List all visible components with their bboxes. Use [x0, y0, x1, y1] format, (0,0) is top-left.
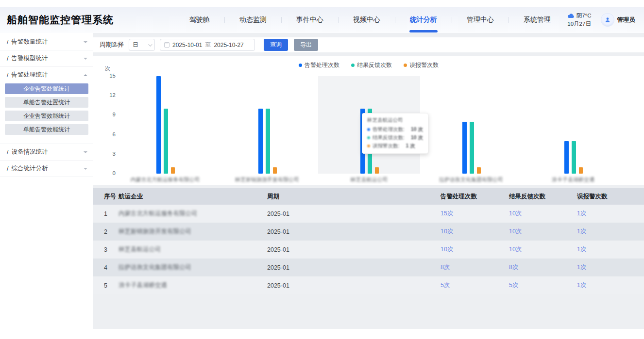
row-company-name: 浪卡子县湖桥交通 — [119, 281, 267, 290]
cloud-icon — [567, 13, 575, 18]
bar-series1-group1[interactable] — [156, 76, 161, 174]
legend-item[interactable]: 告警处理次数 — [299, 61, 339, 69]
sidebar-group-header-2[interactable]: /告警模型统计 — [0, 50, 93, 66]
tooltip-series-label: 结果反馈次数: — [373, 134, 405, 141]
y-axis-tick-label: 6 — [100, 131, 116, 137]
sidebar-item-3-3[interactable]: 企业告警效能统计 — [5, 111, 88, 121]
y-axis-tick-label: 3 — [100, 151, 116, 157]
tooltip-series-value: 10 次 — [411, 134, 423, 141]
date-range-picker[interactable]: 2025-10-01 至 2025-10-27 — [160, 39, 255, 51]
row-handled-count-link[interactable]: 10次 — [441, 245, 509, 254]
period-select[interactable]: 日 — [129, 39, 155, 51]
calendar-icon — [164, 42, 169, 48]
active-tab-underline — [409, 30, 438, 32]
legend-label: 结果反馈次数 — [357, 61, 392, 69]
bar-series3-group1[interactable] — [171, 167, 175, 174]
row-false-alarm-count-link[interactable]: 1次 — [577, 263, 644, 272]
table-row: 2林芝新锦旅游开发有限公司2025-0110次10次1次 — [93, 223, 644, 241]
tooltip-row: 误报警次数:1 次 — [367, 143, 423, 149]
row-company-name: 林芝县航运公司 — [119, 245, 267, 254]
query-button[interactable]: 查询 — [264, 39, 288, 51]
table-header-cell-3: 周期 — [267, 193, 441, 201]
row-feedback-count-link[interactable]: 10次 — [509, 245, 577, 254]
row-feedback-count-link[interactable]: 10次 — [509, 227, 577, 236]
slash-prefix: / — [7, 149, 8, 156]
main-nav: 驾驶舱动态监测事件中心视频中心统计分析管理中心系统管理 — [189, 16, 551, 24]
row-false-alarm-count-link[interactable]: 1次 — [577, 281, 644, 290]
row-handled-count-link[interactable]: 5次 — [441, 281, 509, 290]
row-handled-count-link[interactable]: 8次 — [441, 263, 509, 272]
bar-series1-group4[interactable] — [462, 122, 467, 174]
row-handled-count-link[interactable]: 10次 — [441, 227, 509, 236]
bar-series2-group5[interactable] — [572, 141, 576, 174]
bar-series3-group5[interactable] — [579, 167, 583, 174]
bar-series3-group4[interactable] — [477, 167, 481, 174]
sidebar-group-header-5[interactable]: /综合统计分析 — [0, 161, 93, 177]
sidebar-item-3-1[interactable]: 企业告警处置统计 — [5, 83, 88, 94]
table-header-cell-4: 告警处理次数 — [441, 193, 509, 201]
nav-tab-7[interactable]: 系统管理 — [524, 16, 551, 24]
tooltip-series-label: 误报警次数: — [373, 143, 399, 149]
row-seq: 4 — [104, 264, 119, 271]
slash-prefix: / — [7, 165, 8, 172]
y-axis-tick-label: 9 — [100, 112, 116, 117]
sidebar-group-header-1[interactable]: /告警数量统计 — [0, 34, 93, 50]
sidebar-item-3-4[interactable]: 单船告警效能统计 — [5, 124, 88, 135]
weather-date: 10月27日 — [567, 20, 592, 28]
x-axis-category-label: 内蒙古北方航运服务有限公司 — [126, 176, 204, 183]
sidebar-group-label: 告警处理统计 — [11, 71, 48, 79]
nav-tab-5[interactable]: 统计分析 — [410, 16, 437, 24]
nav-divider — [281, 17, 282, 23]
legend-item[interactable]: 误报警次数 — [404, 61, 439, 69]
nav-tab-6[interactable]: 管理中心 — [467, 16, 494, 24]
row-false-alarm-count-link[interactable]: 1次 — [577, 227, 644, 236]
bar-series2-group2[interactable] — [266, 109, 270, 174]
sidebar-group: /告警数量统计 — [0, 34, 93, 50]
user-menu[interactable]: 管理员 — [601, 14, 636, 26]
row-false-alarm-count-link[interactable]: 1次 — [577, 245, 644, 254]
row-feedback-count-link[interactable]: 5次 — [509, 281, 577, 290]
table-row: 4拉萨达孜文化集团有限公司2025-018次8次1次 — [93, 258, 644, 276]
bar-series3-group2[interactable] — [273, 167, 277, 174]
bar-series1-group2[interactable] — [258, 109, 263, 174]
filter-toolbar: 周期选择 日 2025-10-01 至 2025-10-27 查询 导出 — [93, 37, 644, 52]
sidebar-group-header-4[interactable]: /设备情况统计 — [0, 144, 93, 160]
export-button[interactable]: 导出 — [294, 39, 318, 51]
nav-tab-3[interactable]: 事件中心 — [296, 16, 323, 24]
bar-series2-group1[interactable] — [164, 109, 168, 174]
bar-series3-group3[interactable] — [375, 167, 379, 174]
row-feedback-count-link[interactable]: 8次 — [509, 263, 577, 272]
table-header-cell-6: 误报警次数 — [577, 193, 644, 201]
chevron-up-icon — [84, 72, 87, 76]
chevron-down-icon — [84, 168, 87, 172]
table-header-cell-1: 序号 — [104, 193, 119, 201]
sidebar-group-label: 设备情况统计 — [11, 148, 48, 156]
table-header-cell-5: 结果反馈次数 — [509, 193, 577, 201]
legend-label: 误报警次数 — [409, 61, 439, 69]
user-avatar-icon — [601, 14, 614, 26]
nav-tab-2[interactable]: 动态监测 — [239, 16, 267, 24]
chevron-down-icon — [84, 58, 87, 62]
row-feedback-count-link[interactable]: 10次 — [509, 210, 577, 218]
sidebar-group-header-3[interactable]: /告警处理统计 — [0, 67, 93, 83]
row-period: 2025-01 — [267, 210, 441, 217]
nav-tab-1[interactable]: 驾驶舱 — [189, 16, 210, 24]
bar-series1-group5[interactable] — [564, 141, 569, 174]
row-seq: 5 — [104, 282, 119, 289]
chart-legend: 告警处理次数结果反馈次数误报警次数 — [93, 61, 644, 69]
slash-prefix: / — [7, 39, 8, 46]
sidebar-group-label: 告警模型统计 — [11, 54, 48, 63]
sidebar-item-3-2[interactable]: 单船告警处置统计 — [5, 97, 88, 108]
chevron-down-icon — [84, 41, 87, 45]
row-period: 2025-01 — [267, 264, 441, 271]
legend-item[interactable]: 结果反馈次数 — [351, 61, 392, 69]
bar-series2-group4[interactable] — [470, 122, 474, 174]
row-handled-count-link[interactable]: 15次 — [441, 210, 509, 218]
row-false-alarm-count-link[interactable]: 1次 — [577, 210, 644, 218]
y-axis-unit-label: 次 — [105, 65, 111, 72]
date-range-separator: 至 — [205, 41, 211, 49]
nav-tab-4[interactable]: 视频中心 — [353, 16, 380, 24]
y-axis-tick-label: 0 — [100, 170, 116, 176]
row-period: 2025-01 — [267, 246, 441, 253]
y-axis-tick-label: 12 — [100, 92, 116, 98]
